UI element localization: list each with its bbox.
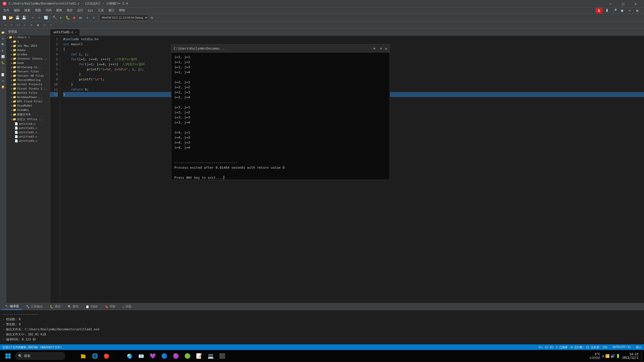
menu-edit[interactable]: 编辑 (12, 8, 22, 13)
sidebar-icon-1[interactable]: 📁 (0, 30, 6, 35)
sidebar-icon-4[interactable]: ▶ (0, 48, 6, 53)
tree-root[interactable]: ▼ 📁 C:/Users » (6, 35, 50, 39)
weather-widget[interactable]: 3°C 太阳晴朗 (589, 352, 600, 360)
toggle-breakpoint-button[interactable]: ● (35, 22, 41, 28)
terminal-chevron-down-icon[interactable]: ∨ (379, 47, 383, 50)
taskbar-chrome[interactable]: 🟢 (182, 351, 193, 361)
network-icon[interactable]: 📶 (605, 354, 610, 358)
taskbar-app3[interactable]: 🟣 (171, 351, 181, 361)
tree-item-xiaowei[interactable]: ▶ 📁 XiaoWei (6, 108, 50, 112)
menu-project[interactable]: 项目 (65, 8, 75, 13)
bottom-tab-problems[interactable]: ⚠ 试题 (119, 304, 134, 310)
bottom-tab-debug[interactable]: 🐛 调试 (47, 304, 64, 310)
tree-item-wechat[interactable]: ▶ 📁 WeChat Files (6, 91, 50, 95)
bottom-tab-compiler[interactable]: 🔨 编译器 (2, 304, 22, 310)
bottom-tab-tools[interactable]: 🔧 工具输出 (23, 304, 46, 310)
taskbar-file-explorer[interactable] (78, 351, 89, 361)
run-button[interactable]: ▶ (58, 15, 64, 21)
bottom-tab-todo[interactable]: 📋 TODO (83, 304, 101, 310)
terminal-body[interactable]: i=1, j=1 i=1, j=2 i=1, j=3 i=1, j=4 i=2,… (171, 53, 390, 180)
taskbar-notepad[interactable]: 📝 (194, 351, 204, 361)
add-watch-button[interactable]: + (48, 22, 54, 28)
terminal-close-button[interactable]: ✕ (385, 47, 387, 51)
compiler-settings-button[interactable]: ⚙ (149, 15, 155, 21)
tree-item-gridea[interactable]: ▶ 📁 Gridea (6, 52, 50, 57)
sidebar-icon-6[interactable]: 🐛 (0, 60, 6, 65)
tree-file-untitled[interactable]: 📄 untitled.c (6, 122, 50, 126)
redo-button[interactable]: ↪ (36, 15, 42, 21)
step-over-button[interactable]: ⏭ (78, 15, 84, 21)
show-desktop-button[interactable] (640, 351, 642, 361)
tree-item-wps[interactable]: ▶ 📁 WPS Cloud Files (6, 99, 50, 104)
tree-file-untitled1[interactable]: 📄 untitled1.c (6, 126, 50, 130)
editor-scrollbar[interactable] (50, 300, 644, 303)
sidebar-icon-10[interactable]: 🔔 (0, 84, 6, 89)
toolbar-apps-icon[interactable]: ⊞ (634, 8, 640, 14)
maximize-button[interactable]: □ (617, 0, 629, 8)
minimize-button[interactable]: ─ (605, 0, 616, 8)
tree-file-untitled4[interactable]: 📄 untitled4.c (6, 139, 50, 143)
build-button[interactable]: 🔨 (52, 15, 58, 21)
tree-item-1[interactable]: ▶ 📁 1 (6, 39, 50, 44)
sidebar-icon-7[interactable]: ⬛ (0, 66, 6, 71)
menu-code[interactable]: 代码 (44, 8, 54, 13)
tree-item-3dsmax[interactable]: ▶ 📁 3ds Max 2023 (6, 44, 50, 48)
format-button[interactable]: ≡ (28, 22, 34, 28)
tree-item-inventor[interactable]: ▶ 📁 Inventor Intero... (6, 57, 50, 61)
taskbar-app1[interactable]: 🗂 (113, 351, 123, 361)
sidebar-icon-9[interactable]: ≡ (0, 78, 6, 83)
clear-breakpoints-button[interactable]: ○ (42, 22, 48, 28)
battery-icon[interactable]: 🔋 (616, 354, 620, 358)
task-view-button[interactable]: ⊞ (66, 351, 77, 361)
menu-help[interactable]: 帮助 (117, 8, 127, 13)
taskbar-vs-icon[interactable]: 💜 (147, 351, 158, 361)
tree-item-tencentfiles[interactable]: ▶ 📁 Tencent Files (6, 69, 50, 74)
tree-item-windows-power[interactable]: ▶ 📁 WindowsPower... (6, 95, 50, 99)
chevron-up-tray-icon[interactable]: ∧ (602, 354, 604, 358)
taskbar-search[interactable]: 🔍 搜索 (15, 352, 65, 360)
new-file-button[interactable]: 📄 (1, 15, 7, 21)
menu-run[interactable]: 运行 (75, 8, 85, 13)
taskbar-app2[interactable]: 🔵 (159, 351, 170, 361)
tab-close-button[interactable]: ✕ (75, 31, 76, 34)
save-file-button[interactable]: 💾 (14, 15, 20, 21)
tree-item-kook[interactable]: ▶ 📁 kook (6, 61, 50, 65)
tree-file-untitled2[interactable]: 📄 untitled2.c (6, 130, 50, 134)
taskbar-wps[interactable]: 🔴 (101, 351, 112, 361)
toolbar-scissors-icon[interactable]: ✂ (627, 8, 633, 14)
tree-item-adobe[interactable]: ▶ 📁 Adobe (6, 48, 50, 52)
taskbar-browser[interactable]: 🌏 (124, 351, 135, 361)
sidebar-icon-8[interactable]: 📝 (0, 72, 6, 77)
tree-item-azy[interactable]: ▼ 📂 自定义 Office ... (6, 117, 50, 122)
tree-item-new-folder[interactable]: ▶ 📁 新建文件夹 (6, 112, 50, 117)
menu-window[interactable]: 窗口 (106, 8, 116, 13)
toolbar-grid1-icon[interactable]: ▦ (619, 8, 625, 14)
terminal-new-tab-button[interactable]: + (372, 46, 377, 51)
indent-button[interactable]: ⇥ (2, 22, 8, 28)
start-button[interactable] (2, 350, 14, 362)
sidebar-icon-3[interactable]: 🔍 (0, 42, 6, 47)
menu-refactor[interactable]: 重构 (54, 8, 64, 13)
tree-item-unreal[interactable]: ▶ 📁 Unreal Projects (6, 82, 50, 86)
editor-tab-untitled1[interactable]: untitled1.c ✕ (50, 29, 80, 35)
sidebar-icon-5[interactable]: 📊 (0, 54, 6, 59)
debug-button[interactable]: 🐛 (65, 15, 71, 21)
taskbar-terminal-app[interactable]: ⬛ (217, 351, 227, 361)
save-all-button[interactable]: 💾 (21, 15, 27, 21)
stop-button[interactable]: ■ (71, 15, 77, 21)
bottom-tab-bookmark[interactable]: 🔖 书签 (102, 304, 118, 310)
open-file-button[interactable]: 📂 (8, 15, 14, 21)
step-out-button[interactable]: ⬆ (91, 15, 97, 21)
uncomment-button[interactable]: / (22, 22, 28, 28)
menu-git[interactable]: Git (86, 8, 95, 13)
time-widget[interactable]: 14:23 2022/12/1 (622, 352, 638, 359)
close-button[interactable]: ✕ (630, 0, 641, 8)
taskbar-edge[interactable]: 🌐 (90, 351, 100, 361)
toolbar-mic-icon[interactable]: 🎤 (612, 8, 618, 14)
tree-file-untitled3[interactable]: 📄 untitled3.c (6, 134, 50, 139)
compiler-select[interactable]: MinGW GCC 11.2.0 64-bit Debug (100, 15, 148, 20)
volume-icon[interactable]: 🔊 (611, 354, 615, 358)
comment-button[interactable]: // (15, 22, 21, 28)
menu-file[interactable]: 文件 (1, 8, 11, 13)
refresh-button[interactable]: 🔄 (43, 15, 49, 21)
